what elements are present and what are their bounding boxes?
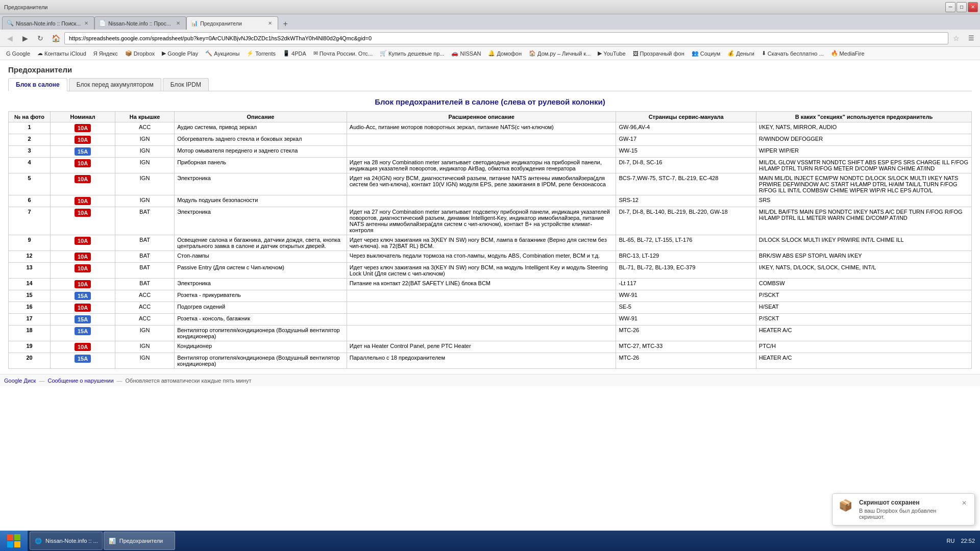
- row-nominal: 10A: [51, 279, 115, 290]
- back-button[interactable]: ◀: [3, 32, 16, 45]
- row-num: 1: [9, 122, 51, 134]
- minimize-button[interactable]: ─: [945, 2, 955, 12]
- row-desc: Приборная панель: [175, 158, 347, 173]
- bookmark-yandex[interactable]: ЯЯндекс: [90, 48, 121, 59]
- row-desc: Аудио система, привод зеркал: [175, 122, 347, 134]
- reload-button[interactable]: ↻: [34, 32, 47, 45]
- bookmark-star[interactable]: ☆: [950, 33, 962, 44]
- fuse-badge: 15A: [75, 355, 91, 363]
- start-button[interactable]: [0, 531, 28, 551]
- address-input[interactable]: [69, 35, 944, 41]
- bookmark-mediafire[interactable]: 🔥MediaFire: [828, 48, 868, 59]
- bookmark-money[interactable]: 💰Деньги: [724, 48, 757, 59]
- sheet-tab-salon[interactable]: Блок в салоне: [8, 78, 67, 91]
- row-nominal: 10A: [51, 263, 115, 279]
- bookmark-youtube[interactable]: ▶YouTube: [595, 48, 628, 59]
- bookmark-pochta[interactable]: ✉Почта России. Отс...: [310, 48, 376, 59]
- row-desc: Подогрев сидений: [175, 302, 347, 314]
- row-desc: Электроника: [175, 207, 347, 235]
- row-sections: I/KEY, NATS, D/LOCK, S/LOCK, CHIME, INT/…: [756, 263, 971, 279]
- row-ext-desc: Идет через ключ зажигания на 3(KEY IN SW…: [347, 263, 616, 279]
- bookmark-transparent[interactable]: 🖼Прозрачный фон: [630, 48, 688, 59]
- bookmark-google-icon: G: [6, 51, 11, 57]
- row-num: 5: [9, 173, 51, 195]
- bookmark-dropbox[interactable]: 📦Dropbox: [122, 48, 158, 59]
- footer-bar: Google Диск — Сообщение о нарушении — Об…: [0, 374, 980, 386]
- row-sections: P/SCKT: [756, 290, 971, 302]
- maximize-button[interactable]: □: [957, 2, 967, 12]
- language-indicator: RU: [947, 538, 955, 544]
- row-sections: HEATER A/C: [756, 325, 971, 341]
- fuse-badge: 10A: [75, 253, 91, 261]
- toolbar-icons: ☰: [966, 33, 977, 44]
- fuse-badge: 10A: [75, 175, 91, 183]
- header-sections: В каких "секциях" используется предохран…: [756, 112, 971, 122]
- fuse-badge: 10A: [75, 124, 91, 132]
- row-num: 7: [9, 207, 51, 235]
- bookmark-domru[interactable]: 🏠Дом.ру – Личный к...: [526, 48, 594, 59]
- row-desc: Розетка - консоль, багажник: [175, 314, 347, 325]
- row-ext-desc: Audio-Acc, питание моторов поворотных зе…: [347, 122, 616, 134]
- address-bar[interactable]: [64, 32, 948, 44]
- bookmark-icloud[interactable]: ☁Контакты iCloud: [34, 48, 89, 59]
- bookmark-auctions[interactable]: 🔨Аукционы: [202, 48, 242, 59]
- fuse-badge: 10A: [75, 159, 91, 167]
- menu-button[interactable]: ☰: [966, 33, 977, 44]
- taskbar-app-1[interactable]: 🌐 Nissan-Note.info :: ...: [30, 532, 103, 550]
- row-desc: Стоп-лампы: [175, 251, 347, 263]
- sheet-tab-battery[interactable]: Блок перед аккумулятором: [69, 78, 161, 91]
- bookmark-4pda[interactable]: 📱4PDA: [280, 48, 309, 59]
- table-row: 7 10A BAT Электроника Идет на 27 ногу Co…: [9, 207, 972, 235]
- taskbar-app-2[interactable]: 📊 Предохранители: [104, 532, 175, 550]
- footer-violation[interactable]: Сообщение о нарушении: [47, 378, 113, 384]
- row-num: 12: [9, 251, 51, 263]
- bookmark-nissan[interactable]: 🚗NISSAN: [448, 48, 484, 59]
- new-tab-button[interactable]: +: [279, 18, 291, 30]
- sheet-tab-ipdm[interactable]: Блок IPDM: [163, 78, 209, 91]
- bookmark-google[interactable]: GGoogle: [3, 48, 33, 59]
- row-nominal: 10A: [51, 195, 115, 207]
- tab-3[interactable]: 📊 Предохранители ✕: [186, 16, 278, 30]
- nav-bar: ◀ ▶ ↻ 🏠 ☆ ☰: [0, 30, 980, 47]
- bookmark-shop-icon: 🛒: [380, 50, 387, 57]
- tab-3-close[interactable]: ✕: [266, 20, 274, 27]
- tab-1-close[interactable]: ✕: [83, 20, 90, 27]
- bookmark-transparent-label: Прозрачный фон: [640, 51, 684, 57]
- table-row: 16 10A ACC Подогрев сидений SE-5 H/SEAT: [9, 302, 972, 314]
- bookmark-money-label: Деньги: [736, 51, 754, 57]
- close-button[interactable]: ✕: [968, 2, 978, 12]
- header-nominal: Номинал: [51, 112, 115, 122]
- bookmark-shop[interactable]: 🛒Купить дешевые пр...: [377, 48, 447, 59]
- row-sections: MIL/DL GLOW VSSMTR NONDTC SHIFT ABS ESP …: [756, 158, 971, 173]
- tab-2-close[interactable]: ✕: [175, 20, 182, 27]
- bookmark-shop-label: Купить дешевые пр...: [388, 51, 444, 57]
- svg-rect-2: [7, 541, 13, 547]
- row-ext-desc: Питание на контакт 22(BAT SAFETY LINE) б…: [347, 279, 616, 290]
- clock: 22:52: [961, 538, 975, 544]
- tab-1[interactable]: 🔍 Nissan-Note.info :: Поиск... ✕: [2, 16, 94, 30]
- bookmark-domofon[interactable]: 🔔Домофон: [485, 48, 525, 59]
- bookmark-download[interactable]: ⬇Скачать бесплатно ...: [758, 48, 827, 59]
- row-sections: HEATER A/C: [756, 353, 971, 369]
- section-title: Блок предохранителей в салоне (слева от …: [8, 97, 972, 106]
- bookmark-googleplay[interactable]: ▶Google Play: [159, 48, 201, 59]
- row-nominal: 10A: [51, 251, 115, 263]
- row-ext-desc: Идет на 24(IGN) ногу BCM, диагностически…: [347, 173, 616, 195]
- row-service: SRS-12: [616, 195, 756, 207]
- notification-close-button[interactable]: ✕: [960, 499, 968, 507]
- bookmark-torrents-icon: ⚡: [247, 50, 254, 57]
- footer-google-disk[interactable]: Google Диск: [4, 378, 36, 384]
- row-sections: MIL/DL BA/FTS MAIN EPS NONDTC I/KEY NATS…: [756, 207, 971, 235]
- bookmark-auctions-label: Аукционы: [214, 51, 239, 57]
- bookmark-torrents[interactable]: ⚡Torrents: [243, 48, 279, 59]
- forward-button[interactable]: ▶: [18, 32, 32, 45]
- tab-2[interactable]: 📄 Nissan-Note.info :: Прос... ✕: [94, 16, 186, 30]
- table-row: 5 10A IGN Электроника Идет на 24(IGN) но…: [9, 173, 972, 195]
- taskbar-app-1-label: Nissan-Note.info :: ...: [45, 538, 98, 544]
- table-row: 13 10A BAT Passive Entry (Для систем с Ч…: [9, 263, 972, 279]
- page-inner: Предохранители Блок в салоне Блок перед …: [0, 60, 980, 374]
- bookmark-socium[interactable]: 👥Социум: [689, 48, 723, 59]
- table-row: 9 10A BAT Освещение салона и багажника, …: [9, 235, 972, 251]
- home-button[interactable]: 🏠: [49, 32, 62, 45]
- row-sections: PTC/H: [756, 341, 971, 353]
